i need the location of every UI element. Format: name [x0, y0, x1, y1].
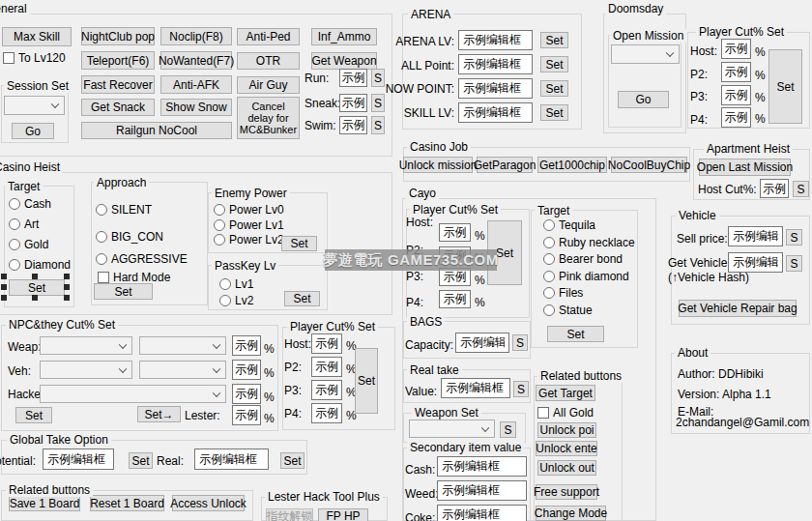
ch-enemy-power-set-button[interactable]: Set: [281, 236, 317, 251]
ch-passkey-set-button[interactable]: Set: [284, 291, 320, 306]
unlock-out-button[interactable]: Unlock out: [537, 460, 596, 476]
fast-recover-button[interactable]: Fast Recover: [81, 75, 155, 94]
all-point-set-button[interactable]: Set: [540, 56, 568, 72]
unlock-poi-button[interactable]: Unlock poi: [537, 422, 596, 438]
railgun-nocool-button[interactable]: Railgun NoCool: [81, 122, 232, 139]
mid-p3-input[interactable]: [311, 380, 342, 400]
cancel-delay-button[interactable]: Cancel delay for MC&Bunker: [237, 97, 300, 139]
now-point-input[interactable]: [458, 78, 533, 99]
sneak-s-button[interactable]: S: [371, 94, 385, 112]
radio-silent[interactable]: SILENT: [96, 203, 152, 217]
session-go-button[interactable]: Go: [12, 123, 54, 139]
capacity-s-button[interactable]: S: [512, 334, 528, 351]
veh-input[interactable]: [232, 360, 261, 380]
radio-power-lv1[interactable]: Power Lv1: [214, 218, 284, 232]
change-mode-button[interactable]: Change Mode: [536, 506, 606, 521]
arena-lv-input[interactable]: [458, 30, 533, 50]
arena-lv-set-button[interactable]: Set: [540, 32, 568, 48]
air-guy-button[interactable]: Air Guy: [237, 76, 300, 94]
host-cut-s-button[interactable]: S: [793, 181, 809, 197]
open-last-mission-button[interactable]: Open Last Mission: [699, 159, 791, 176]
open-mission-dropdown[interactable]: [611, 44, 680, 64]
hacker-dropdown[interactable]: [40, 385, 226, 403]
weap-input[interactable]: [232, 335, 261, 356]
skill-lv-input[interactable]: [458, 102, 533, 123]
get-target-button[interactable]: Get Target: [536, 385, 595, 401]
teleport-button[interactable]: Teleport(F6): [81, 51, 155, 70]
sell-price-s-button[interactable]: S: [786, 229, 802, 246]
mid-set-button[interactable]: Set: [355, 348, 378, 414]
hacker-input[interactable]: [232, 384, 261, 404]
cayo-p3-input[interactable]: [439, 268, 471, 286]
sec-cash-input[interactable]: [437, 456, 527, 477]
sneak-input[interactable]: [339, 94, 367, 112]
fingerprint-unlock-button[interactable]: 指纹解锁: [266, 508, 313, 521]
repair-bag-button[interactable]: Get Vehicle Repair bag: [679, 300, 797, 317]
run-input[interactable]: [339, 69, 367, 87]
cayo-host-input[interactable]: [439, 223, 471, 242]
get-paragon-button[interactable]: GetParagon: [477, 157, 533, 173]
all-gold-checkbox[interactable]: All Gold: [537, 406, 594, 420]
tr-p4-input[interactable]: [721, 107, 751, 128]
weap-dropdown-1[interactable]: [40, 336, 132, 355]
potential-input[interactable]: [43, 449, 114, 470]
radio-bearer-bond[interactable]: Bearer bond: [543, 252, 623, 266]
get-snack-button[interactable]: Get Snack: [81, 99, 155, 116]
to-lv120-checkbox[interactable]: To Lv120: [3, 51, 66, 65]
nightclub-pop-button[interactable]: NightClub pop: [81, 27, 155, 45]
radio-cash[interactable]: Cash: [9, 197, 51, 211]
value-input[interactable]: [441, 378, 510, 398]
noclip-button[interactable]: Noclip(F8): [160, 27, 232, 45]
weap-dropdown-2[interactable]: [139, 336, 226, 355]
nocool-buychip-button[interactable]: NoCoolBuyChip: [611, 157, 687, 173]
radio-aggressive[interactable]: AGGRESSIVE: [96, 252, 188, 266]
cayo-p2-input[interactable]: [439, 246, 471, 265]
cayo-player-cut-set-button[interactable]: Set: [487, 220, 522, 285]
radio-big-con[interactable]: BIG_CON: [96, 230, 163, 244]
radio-lv1[interactable]: Lv1: [219, 277, 253, 291]
tr-p3-input[interactable]: [721, 85, 751, 105]
show-snow-button[interactable]: Show Snow: [160, 99, 232, 116]
cayo-p4-input[interactable]: [439, 290, 471, 308]
radio-tequila[interactable]: Tequila: [543, 218, 595, 232]
radio-lv2[interactable]: Lv2: [219, 294, 253, 307]
veh-dropdown-1[interactable]: [40, 361, 132, 379]
host-cut-input[interactable]: [760, 179, 789, 198]
radio-gold[interactable]: Gold: [9, 238, 48, 251]
unlock-ente-button[interactable]: Unlock ente: [536, 441, 597, 456]
swim-s-button[interactable]: S: [371, 116, 385, 134]
radio-files[interactable]: Files: [543, 286, 583, 300]
radio-diamond[interactable]: Diamond: [9, 258, 71, 272]
anti-afk-button[interactable]: Anti-AFK: [160, 75, 232, 94]
hard-mode-checkbox[interactable]: Hard Mode: [98, 271, 170, 284]
now-point-set-button[interactable]: Set: [540, 80, 568, 97]
weapon-set-s-button[interactable]: S: [500, 421, 516, 438]
inf-ammo-button[interactable]: Inf_Ammo: [311, 28, 377, 45]
skill-lv-set-button[interactable]: Set: [540, 104, 568, 121]
radio-statue[interactable]: Statue: [543, 304, 593, 317]
mid-host-input[interactable]: [311, 333, 342, 354]
real-input[interactable]: [194, 449, 269, 470]
capacity-input[interactable]: [455, 333, 509, 353]
reset-1-board-button[interactable]: Reset 1 Board: [90, 495, 164, 511]
get-weapon-button[interactable]: Get Weapon: [311, 52, 377, 70]
get-1000chip-button[interactable]: Get1000chip: [537, 157, 607, 173]
free-support-button[interactable]: Free support: [536, 484, 597, 500]
ch-approach-set-button[interactable]: Set: [94, 283, 153, 300]
radio-pink-diamond[interactable]: Pink diamond: [543, 270, 629, 283]
radio-art[interactable]: Art: [9, 217, 39, 231]
radio-ruby-necklace[interactable]: Ruby necklace: [543, 236, 635, 249]
real-set-button[interactable]: Set: [280, 452, 304, 469]
mid-p2-input[interactable]: [311, 357, 342, 377]
access-unlock-button[interactable]: Access Unlock: [172, 495, 245, 511]
potential-set-button[interactable]: Set: [129, 452, 153, 469]
unlock-mission-button[interactable]: Unlock mission: [403, 157, 473, 173]
otr-button[interactable]: OTR: [237, 52, 300, 70]
tr-host-input[interactable]: [721, 39, 751, 59]
sec-weed-input[interactable]: [437, 480, 527, 501]
anti-ped-button[interactable]: Anti-Ped: [237, 28, 300, 45]
lester-input[interactable]: [232, 405, 261, 425]
save-1-board-button[interactable]: Save 1 Board: [9, 495, 80, 511]
nowanted-button[interactable]: NoWanted(F7): [160, 51, 232, 70]
radio-power-lv2[interactable]: Power Lv2: [214, 233, 284, 246]
